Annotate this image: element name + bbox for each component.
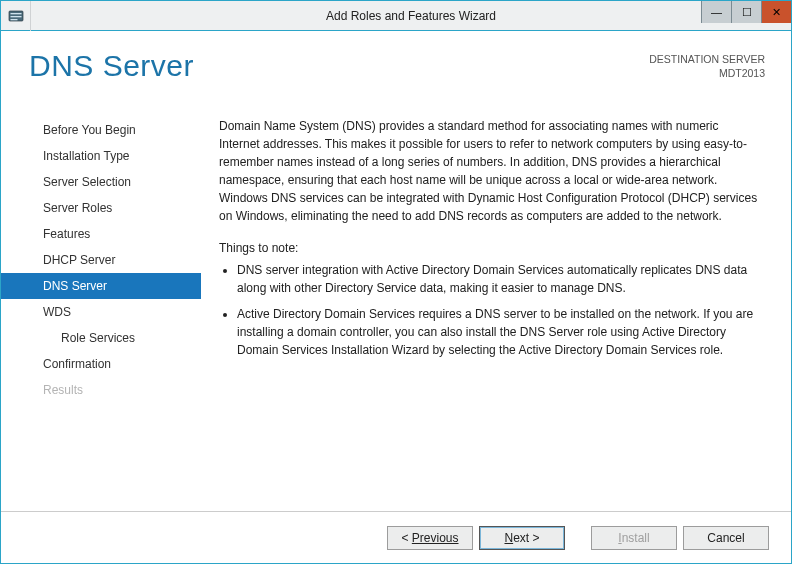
sidebar-item-features[interactable]: Features xyxy=(1,221,201,247)
sidebar-item-results: Results xyxy=(1,377,201,403)
previous-button[interactable]: < Previous xyxy=(387,526,473,550)
sidebar-item-installation-type[interactable]: Installation Type xyxy=(1,143,201,169)
close-button[interactable]: ✕ xyxy=(761,1,791,23)
wizard-footer: < Previous Next > Install Cancel xyxy=(1,511,791,563)
app-icon xyxy=(1,1,31,31)
sidebar-item-wds[interactable]: WDS xyxy=(1,299,201,325)
svg-rect-1 xyxy=(10,13,21,14)
sidebar-item-confirmation[interactable]: Confirmation xyxy=(1,351,201,377)
svg-rect-2 xyxy=(10,16,21,17)
title-bar: Add Roles and Features Wizard — ☐ ✕ xyxy=(1,1,791,31)
window-title: Add Roles and Features Wizard xyxy=(31,9,791,23)
minimize-button[interactable]: — xyxy=(701,1,731,23)
sidebar-item-before-you-begin[interactable]: Before You Begin xyxy=(1,117,201,143)
note-item: Active Directory Domain Services require… xyxy=(237,305,761,359)
main-content: Domain Name System (DNS) provides a stan… xyxy=(201,111,765,511)
sidebar-item-role-services[interactable]: Role Services xyxy=(1,325,201,351)
svg-rect-3 xyxy=(10,19,17,20)
destination-server-label: DESTINATION SERVER xyxy=(649,53,765,67)
destination-server-name: MDT2013 xyxy=(649,67,765,81)
sidebar-item-server-roles[interactable]: Server Roles xyxy=(1,195,201,221)
destination-server-box: DESTINATION SERVER MDT2013 xyxy=(649,53,765,80)
install-button[interactable]: Install xyxy=(591,526,677,550)
notes-heading: Things to note: xyxy=(219,239,761,257)
page-title: DNS Server xyxy=(29,49,194,83)
description-paragraph: Domain Name System (DNS) provides a stan… xyxy=(219,117,761,225)
maximize-button[interactable]: ☐ xyxy=(731,1,761,23)
note-item: DNS server integration with Active Direc… xyxy=(237,261,761,297)
cancel-button[interactable]: Cancel xyxy=(683,526,769,550)
notes-list: DNS server integration with Active Direc… xyxy=(219,261,761,359)
wizard-sidebar: Before You BeginInstallation TypeServer … xyxy=(1,111,201,511)
sidebar-item-dhcp-server[interactable]: DHCP Server xyxy=(1,247,201,273)
sidebar-item-server-selection[interactable]: Server Selection xyxy=(1,169,201,195)
next-button[interactable]: Next > xyxy=(479,526,565,550)
window-controls: — ☐ ✕ xyxy=(701,1,791,23)
sidebar-item-dns-server[interactable]: DNS Server xyxy=(1,273,201,299)
